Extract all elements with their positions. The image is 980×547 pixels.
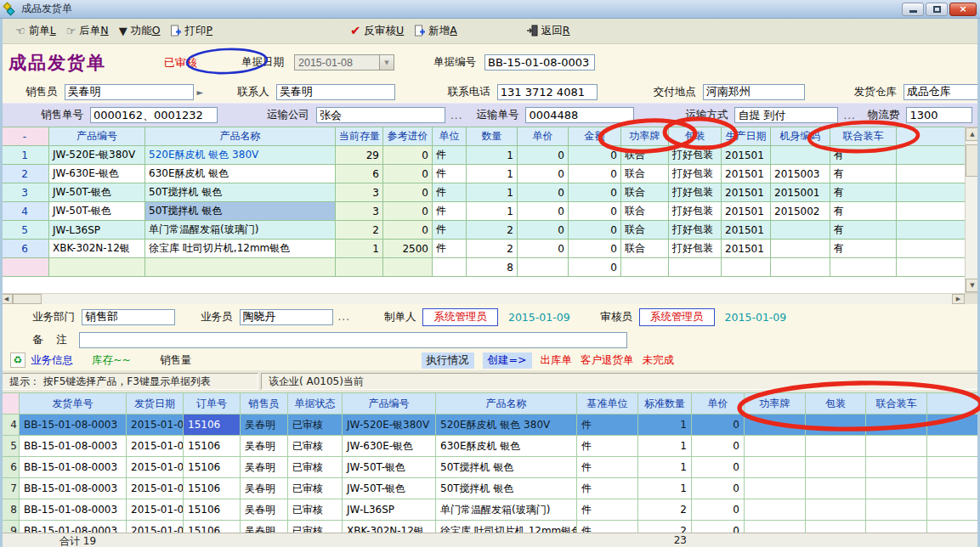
ellipsis-button[interactable]: ... (843, 110, 855, 121)
cell-product-code[interactable]: JW-630E-银色 (343, 436, 436, 457)
cell-amount[interactable]: 0 (569, 221, 621, 240)
cell-packing[interactable] (806, 414, 866, 436)
trans-no-input[interactable] (525, 107, 634, 123)
cell-power-brand[interactable]: 联合 (621, 202, 669, 221)
cell-price[interactable]: 0 (692, 499, 745, 521)
cell-stock[interactable]: 29 (336, 146, 383, 165)
cell-product-code[interactable]: JW-L36SP (343, 499, 436, 521)
list-row[interactable]: 4 BB-15-01-08-0003 2015-01-08 15106 吴春明 … (1, 414, 980, 436)
col-header[interactable]: 参考进价 (383, 127, 433, 146)
cell-seller[interactable]: 吴春明 (241, 436, 288, 457)
cell-delivery-no[interactable]: BB-15-01-08-0003 (20, 499, 127, 521)
cell-joint-load[interactable]: 有 (830, 240, 897, 258)
cell-order-no[interactable]: 15106 (184, 414, 241, 436)
cell-ref-price[interactable]: 0 (383, 202, 433, 221)
cell-std-qty[interactable]: 1 (638, 457, 692, 478)
col-header[interactable]: 订单号 (184, 393, 241, 414)
phone-input[interactable] (497, 84, 598, 100)
cell-product-name[interactable]: 50T搅拌机 银色 (145, 202, 336, 221)
cell-stock[interactable]: 3 (336, 202, 383, 221)
col-header[interactable]: 联合装车 (866, 393, 927, 414)
print-button[interactable]: 打印P (165, 21, 218, 41)
cell-order-no[interactable]: 15106 (184, 457, 241, 478)
cell-delivery-no[interactable]: BB-15-01-08-0003 (20, 414, 127, 436)
cell-qty[interactable]: 1 (467, 146, 518, 165)
cell-price[interactable]: 0 (518, 240, 569, 258)
sales-qty-link[interactable]: 销售量 (160, 353, 192, 368)
table-row[interactable]: 1 JW-520E-银380V 520E酥皮机 银色 380V 29 0 件 1… (1, 146, 966, 165)
col-header[interactable]: 包装 (669, 127, 722, 146)
cell-joint-load[interactable] (866, 414, 927, 436)
col-header[interactable]: 单价 (692, 393, 745, 414)
cell-packing[interactable]: 打好包装 (669, 240, 722, 258)
cell-serial[interactable] (771, 221, 830, 240)
cell-ref-price[interactable]: 0 (383, 146, 433, 165)
col-header[interactable]: 金额 (569, 127, 621, 146)
cell-stock[interactable]: 1 (336, 240, 383, 258)
cell-product-name[interactable]: 单门常温醒发箱(玻璃门) (145, 221, 336, 240)
cell-seller[interactable]: 吴春明 (241, 499, 288, 521)
col-header[interactable]: 销售员 (241, 393, 288, 414)
cell-prod-date[interactable]: 201501 (722, 202, 771, 221)
cell-unit[interactable]: 件 (433, 183, 467, 202)
col-header[interactable]: - (1, 127, 49, 146)
biz-info-link[interactable]: 业务信息 (31, 353, 73, 368)
cell-power-brand[interactable] (745, 414, 806, 436)
add-new-button[interactable]: 新增A (409, 21, 462, 41)
cell-stock[interactable]: 2 (336, 221, 383, 240)
cell-status[interactable]: 已审核 (288, 414, 343, 436)
cell-product-code[interactable]: JW-L36SP (49, 221, 145, 240)
col-header[interactable]: 产品编号 (49, 127, 145, 146)
cell-status[interactable]: 已审核 (288, 499, 343, 521)
cell-joint-load[interactable] (866, 478, 927, 499)
cell-power-brand[interactable]: 联合 (621, 183, 669, 202)
cell-delivery-date[interactable]: 2015-01-08 (127, 499, 184, 521)
cell-product-name[interactable]: 520E酥皮机 银色 380V (145, 146, 336, 165)
col-header[interactable]: 发货日期 (127, 393, 184, 414)
cell-base-unit[interactable]: 件 (577, 414, 638, 436)
cell-qty[interactable]: 1 (467, 202, 518, 221)
cell-stock[interactable]: 6 (336, 165, 383, 183)
col-header[interactable]: 发货单号 (20, 393, 127, 414)
col-header[interactable]: 单位 (433, 127, 467, 146)
cell-prod-date[interactable]: 201501 (722, 221, 771, 240)
cell-price[interactable]: 0 (692, 414, 745, 436)
cell-product-name[interactable]: 50T搅拌机 银色 (436, 457, 577, 478)
cell-amount[interactable]: 0 (569, 183, 621, 202)
cell-packing[interactable]: 打好包装 (669, 221, 722, 240)
cell-amount[interactable]: 0 (569, 240, 621, 258)
cell-packing[interactable]: 打好包装 (669, 146, 722, 165)
cell-delivery-date[interactable]: 2015-01-08 (127, 436, 184, 457)
logistics-input[interactable] (906, 107, 972, 123)
cell-power-brand[interactable]: 联合 (621, 240, 669, 258)
cell-packing[interactable]: 打好包装 (669, 202, 722, 221)
cell-price[interactable]: 0 (518, 221, 569, 240)
cell-power-brand[interactable] (745, 478, 806, 499)
cell-packing[interactable] (806, 457, 866, 478)
cell-power-brand[interactable] (745, 457, 806, 478)
seller-input[interactable] (65, 84, 194, 100)
cell-product-code[interactable]: JW-50T-银色 (343, 478, 436, 499)
cell-ref-price[interactable]: 2500 (383, 240, 433, 258)
ellipsis-button[interactable]: ... (338, 311, 350, 323)
doc-date-input[interactable] (294, 54, 379, 70)
col-header[interactable]: 数量 (467, 127, 518, 146)
cell-base-unit[interactable]: 件 (577, 457, 638, 478)
col-header[interactable]: 当前存量 (336, 127, 383, 146)
cell-joint-load[interactable]: 有 (830, 202, 897, 221)
cell-delivery-no[interactable]: BB-15-01-08-0003 (20, 457, 127, 478)
chevron-down-icon[interactable]: ▼ (379, 54, 394, 70)
col-header[interactable]: 标准数量 (638, 393, 692, 414)
cell-seller[interactable]: 吴春明 (241, 478, 288, 499)
cell-packing[interactable]: 打好包装 (669, 183, 722, 202)
cell-packing[interactable] (806, 499, 866, 521)
col-header[interactable]: 生产日期 (722, 127, 771, 146)
cell-status[interactable]: 已审核 (288, 478, 343, 499)
cell-prod-date[interactable]: 201501 (722, 165, 771, 183)
col-header[interactable]: 联合装车 (830, 127, 897, 146)
cell-price[interactable]: 0 (518, 202, 569, 221)
unaudit-button[interactable]: ✔ 反审核U (345, 21, 409, 41)
warehouse-input[interactable] (904, 84, 980, 100)
cell-price[interactable]: 0 (518, 165, 569, 183)
cell-product-name[interactable]: 50T搅拌机 银色 (436, 478, 577, 499)
